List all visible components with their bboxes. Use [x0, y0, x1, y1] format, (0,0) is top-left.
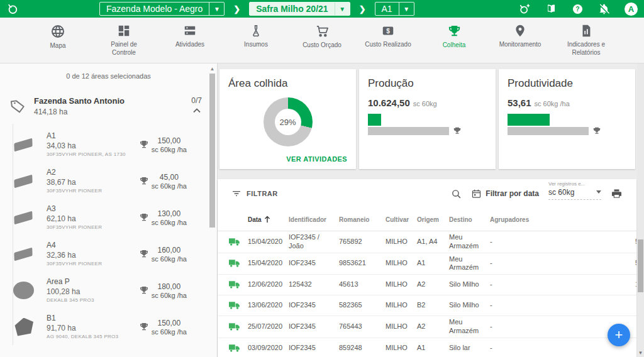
column-header-destino[interactable]: Destino: [449, 216, 490, 223]
tab-indicadores-e-relatorios[interactable]: Indicadores e Relatórios: [562, 24, 611, 57]
referral-icon[interactable]: [518, 2, 531, 16]
goal-value: 160,00: [152, 246, 187, 255]
search-icon[interactable]: [451, 189, 462, 199]
chevron-down-icon[interactable]: ▼: [335, 3, 350, 15]
production-value: 10.624,50: [368, 97, 410, 108]
cell-agrupadores: -: [490, 321, 584, 333]
tab-label: Mapa: [50, 42, 65, 50]
season-selector-label: Safra Milho 20/21: [250, 4, 334, 14]
cell-romaneio: 9853621: [339, 257, 386, 270]
tab-label: Custo Realizado: [365, 41, 411, 49]
column-header-identificador[interactable]: Identificador: [289, 216, 339, 223]
tab-painel-de-controle[interactable]: Painel de Controle: [99, 24, 148, 57]
farm-selector[interactable]: Fazenda Modelo - Aegro ▼: [99, 2, 225, 16]
area-size: 91,70 ha: [47, 324, 139, 332]
column-header-origem[interactable]: Origem: [417, 216, 449, 223]
cell-destino: Meu Armazém: [449, 316, 490, 338]
area-size: 38,67 ha: [47, 178, 139, 187]
tab-colheita[interactable]: Colheita: [430, 24, 479, 50]
tab-mapa[interactable]: Mapa: [33, 24, 82, 50]
area-item-a3[interactable]: A3 62,10 ha 30F35VYHR PIONEER 130,00 sc …: [0, 199, 217, 236]
cell-data: 25/07/2020: [248, 321, 289, 333]
area-cultivar: 30F35VYHR PIONEER: [47, 224, 128, 231]
area-item-area-p[interactable]: Area P 100,28 ha DEKALB 345 PRO3 180,00 …: [0, 272, 217, 309]
scrollbar-thumb[interactable]: [209, 74, 215, 228]
cell-quantity: 5: [584, 236, 636, 248]
sort-asc-icon: [264, 216, 270, 223]
field-shape-icon: [14, 211, 32, 224]
area-item-a4[interactable]: A4 32,36 ha 30F35VYHR PIONEER 160,00 sc …: [0, 236, 217, 272]
cell-data: 15/04/2020: [248, 257, 289, 270]
table-row[interactable]: 15/04/2020 IOF2345 / João 765892 MILHO A…: [218, 231, 636, 253]
chevron-down-icon[interactable]: ▼: [399, 3, 414, 15]
cell-destino: Silo Milho: [449, 278, 490, 291]
area-item-a2[interactable]: A2 38,67 ha 30F35VYHR PIONEER 45,00 sc 6…: [0, 163, 217, 199]
farm-selector-label: Fazenda Modelo - Aegro: [100, 4, 209, 14]
season-selector[interactable]: Safra Milho 20/21 ▼: [249, 2, 350, 16]
filter-button[interactable]: FILTRAR: [231, 189, 278, 199]
goal-unit: sc 60kg /ha: [152, 219, 187, 226]
chevron-down-icon: [596, 190, 601, 194]
cell-identificador: 125432: [289, 278, 339, 291]
area-selector[interactable]: A1 ▼: [375, 2, 414, 16]
productivity-goal-bar: [508, 127, 589, 135]
field-shape-icon: [14, 174, 32, 188]
column-header-agrupadores[interactable]: Agrupadores: [490, 216, 584, 223]
tab-custo-realizado[interactable]: $ Custo Realizado: [364, 24, 413, 49]
area-name: A4: [47, 241, 139, 250]
news-book-icon[interactable]: [544, 2, 558, 16]
cell-identificador: IOF2345 / João: [289, 231, 339, 253]
tab-atividades[interactable]: Atividades: [165, 24, 214, 49]
user-avatar[interactable]: A: [625, 3, 638, 16]
date-filter-button[interactable]: Filtrar por data: [471, 189, 539, 199]
tab-monitoramento[interactable]: Monitoramento: [496, 24, 545, 49]
card-producao: Produção 10.624,50 sc 60kg: [359, 69, 496, 169]
card-title: Produtividade: [508, 77, 626, 90]
help-icon[interactable]: ?: [570, 2, 584, 16]
notifications-off-icon[interactable]: [597, 2, 611, 16]
cell-quantity: 1: [584, 278, 636, 291]
cell-agrupadores: -: [490, 257, 584, 270]
sidebar-scrollbar[interactable]: ▲: [208, 66, 216, 357]
column-header-cultivar[interactable]: Cultivar: [386, 216, 417, 223]
card-produtividade: Produtividade 53,61 sc 60kg /ha: [499, 69, 635, 169]
scroll-up-icon[interactable]: ▲: [208, 66, 216, 72]
cell-cultivar: MILHO: [386, 321, 417, 333]
table-row[interactable]: 03/09/2020 IOF2345 859248 MILHO A1 Silo …: [218, 338, 636, 357]
chevron-down-icon[interactable]: ▼: [209, 3, 224, 15]
table-row[interactable]: 12/06/2020 125432 45613 MILHO A2 Silo Mi…: [218, 275, 636, 295]
print-icon[interactable]: [611, 188, 623, 200]
table-row[interactable]: 13/06/2020 IOF2345 582365 MILHO B2 Silo …: [218, 295, 636, 316]
tab-label: Painel de Controle: [99, 41, 148, 57]
area-item-a1[interactable]: A1 34,03 ha 30F35VYHR PIONEER, AS 1730 1…: [0, 126, 217, 163]
filter-list-icon: [231, 189, 242, 199]
farm-group-header[interactable]: Fazenda Santo Antonio 414,18 ha 0/7: [5, 96, 206, 116]
column-header-romaneio[interactable]: Romaneio: [339, 216, 386, 223]
goal-unit: sc 60kg /ha: [152, 255, 187, 263]
area-item-b1[interactable]: B1 91,70 ha AG 9040, DEKALB 345 PRO3 150…: [0, 309, 217, 345]
tab-insumos[interactable]: Insumos: [231, 24, 280, 49]
cell-destino: Silo lar: [449, 342, 490, 354]
cell-cultivar: MILHO: [386, 299, 417, 312]
goal-value: 150,00: [152, 319, 187, 327]
column-header-data[interactable]: Data: [248, 216, 289, 223]
unit-select[interactable]: Ver registros e... sc 60kg: [548, 188, 601, 200]
add-record-fab[interactable]: +: [608, 324, 630, 346]
scroll-down-icon[interactable]: ▼: [637, 350, 644, 356]
tab-custo-orcado[interactable]: Custo Orçado: [297, 24, 347, 50]
area-cultivar: 30F35VYHR PIONEER: [47, 188, 128, 194]
area-size: 32,36 ha: [47, 251, 139, 260]
trophy-icon: [139, 176, 149, 186]
table-row[interactable]: 15/04/2020 IOF2345 9853621 MILHO A1 Meu …: [218, 253, 636, 275]
cell-romaneio: 765443: [339, 321, 386, 333]
cell-origem: A1: [417, 257, 449, 270]
filter-label: FILTRAR: [247, 190, 278, 197]
main-scrollbar[interactable]: ▼: [637, 63, 644, 357]
table-row[interactable]: 25/07/2020 IOF2345 765443 MILHO A2 Meu A…: [218, 316, 636, 338]
area-cultivar: 30F35VYHR PIONEER, AS 1730: [47, 151, 128, 158]
chevron-up-icon[interactable]: [192, 107, 201, 114]
tab-label: Atividades: [175, 41, 204, 49]
ver-atividades-link[interactable]: VER ATIVIDADES: [286, 155, 347, 163]
field-shape-icon: [14, 138, 32, 151]
scrollbar-thumb[interactable]: [638, 239, 643, 292]
